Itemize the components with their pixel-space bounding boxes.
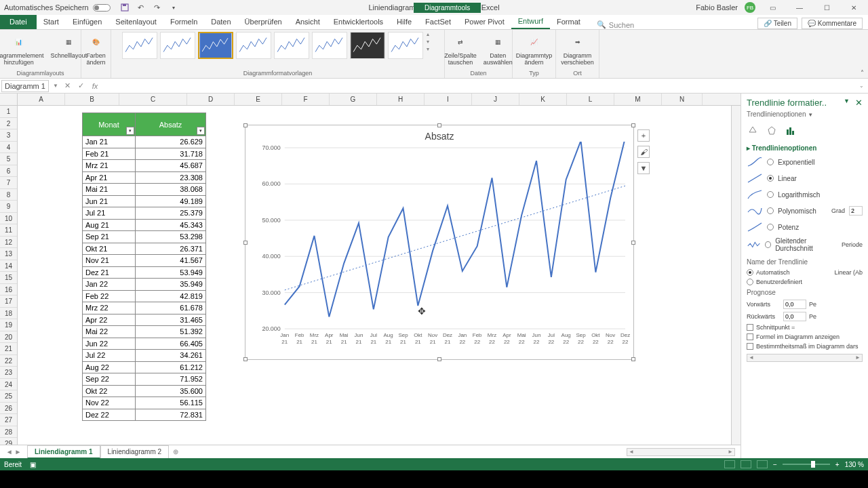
col-header[interactable]: G — [330, 94, 377, 105]
options-tab-icon[interactable] — [785, 125, 797, 137]
row-header[interactable]: 28 — [0, 426, 17, 439]
row-headers[interactable]: 1234567891011121314151617181920212223242… — [0, 106, 18, 445]
row-header[interactable]: 11 — [0, 224, 17, 237]
row-header[interactable]: 2 — [0, 118, 17, 130]
panel-horizontal-scrollbar[interactable] — [747, 354, 863, 362]
share-button[interactable]: 🔗 Teilen — [757, 18, 797, 29]
col-header[interactable]: L — [567, 94, 614, 105]
row-header[interactable]: 10 — [0, 213, 17, 225]
trendline-option[interactable]: Logarithmisch — [747, 186, 863, 203]
chart-style-gallery[interactable]: ▴▾▾ — [121, 31, 435, 70]
user-avatar[interactable]: FB — [745, 2, 755, 13]
expand-formula-icon[interactable]: ⌄ — [855, 83, 868, 89]
close-icon[interactable]: ✕ — [844, 1, 864, 14]
row-header[interactable]: 18 — [0, 308, 17, 320]
ribbon-tab-daten[interactable]: Daten — [204, 14, 237, 29]
ribbon-tab-entwicklertools[interactable]: Entwicklertools — [327, 14, 390, 29]
col-header[interactable]: K — [519, 94, 567, 105]
col-header[interactable]: B — [65, 94, 119, 105]
row-header[interactable]: 14 — [0, 260, 17, 272]
table-row[interactable]: Apr 2123.308 — [83, 171, 206, 184]
page-break-view-icon[interactable] — [757, 460, 768, 468]
cell-grid[interactable]: Monat▾ Absatz▾ Jan 2126.629Feb 2131.718M… — [18, 106, 731, 445]
row-header[interactable]: 24 — [0, 379, 17, 391]
row-header[interactable]: 15 — [0, 272, 17, 284]
macro-record-icon[interactable]: ▣ — [30, 461, 36, 468]
switch-row-col-button[interactable]: ⇄Zeile/Spalte tauschen — [441, 31, 479, 68]
fill-line-tab-icon[interactable] — [747, 125, 759, 137]
ribbon-tab-formeln[interactable]: Formeln — [163, 14, 204, 29]
row-header[interactable]: 23 — [0, 367, 17, 379]
sheet-tab[interactable]: Liniendiagramm 1 — [27, 445, 100, 459]
filter-dropdown-icon[interactable]: ▾ — [126, 127, 134, 135]
file-tab[interactable]: Datei — [0, 14, 37, 29]
table-row[interactable]: Jan 2126.629 — [83, 136, 206, 148]
trendline-option[interactable]: Potenz — [747, 219, 863, 235]
chart-style-1[interactable] — [122, 32, 157, 59]
backward-input[interactable] — [783, 312, 806, 321]
table-row[interactable]: Okt 2235.600 — [83, 385, 206, 397]
col-header[interactable]: I — [425, 94, 472, 105]
select-data-button[interactable]: ▦Daten auswählen — [481, 31, 515, 68]
style-gallery-more[interactable]: ▴▾▾ — [425, 31, 435, 52]
table-row[interactable]: Mrz 2261.678 — [83, 302, 206, 314]
comments-button[interactable]: 💬 Kommentare — [802, 18, 863, 29]
cancel-formula-icon[interactable]: ✕ — [61, 81, 75, 90]
name-box[interactable]: Diagramm 1 — [1, 80, 49, 92]
ribbon-tab-seitenlayout[interactable]: Seitenlayout — [108, 14, 163, 29]
table-row[interactable]: Mrz 2145.687 — [83, 160, 206, 172]
ribbon-tab-entwurf[interactable]: Entwurf — [511, 14, 550, 29]
normal-view-icon[interactable] — [724, 460, 735, 468]
row-header[interactable]: 7 — [0, 177, 17, 189]
chart-object[interactable]: Absatz 20.00030.00040.00050.00060.00070.… — [245, 125, 634, 360]
fx-icon[interactable]: fx — [88, 82, 102, 90]
chart-style-2[interactable] — [160, 32, 195, 59]
row-header[interactable]: 13 — [0, 248, 17, 260]
col-header[interactable]: J — [472, 94, 519, 105]
table-row[interactable]: Jun 2266.405 — [83, 338, 206, 350]
table-row[interactable]: Nov 2256.115 — [83, 397, 206, 409]
intercept-checkbox[interactable] — [747, 324, 753, 331]
add-sheet-button[interactable]: ⊕ — [169, 448, 182, 455]
accept-formula-icon[interactable]: ✓ — [75, 81, 88, 90]
autosave-toggle[interactable] — [93, 4, 111, 12]
row-header[interactable]: 26 — [0, 403, 17, 415]
move-chart-button[interactable]: ➡Diagramm verschieben — [558, 31, 597, 68]
page-layout-view-icon[interactable] — [741, 460, 751, 468]
chart-style-5[interactable] — [274, 32, 309, 59]
undo-icon[interactable]: ↶ — [136, 3, 146, 12]
redo-icon[interactable]: ↷ — [153, 3, 162, 12]
chart-style-3[interactable] — [198, 32, 233, 59]
col-header[interactable]: F — [282, 94, 330, 105]
table-row[interactable]: Nov 2141.567 — [83, 255, 206, 267]
table-row[interactable]: Jun 2149.189 — [83, 195, 206, 207]
chart-title[interactable]: Absatz — [245, 125, 633, 142]
row-header[interactable]: 22 — [0, 355, 17, 367]
add-chart-element-button[interactable]: 📊Diagrammelement hinzufügen — [0, 31, 47, 68]
maximize-icon[interactable]: ☐ — [816, 1, 837, 14]
row-header[interactable]: 29 — [0, 438, 17, 445]
ribbon-tab-hilfe[interactable]: Hilfe — [390, 14, 418, 29]
table-row[interactable]: Jan 2235.949 — [83, 279, 206, 291]
row-header[interactable]: 1 — [0, 106, 17, 118]
chart-style-4[interactable] — [236, 32, 271, 59]
ribbon-tab-factset[interactable]: FactSet — [418, 14, 458, 29]
select-all-corner[interactable] — [0, 94, 18, 105]
ribbon-tab-power pivot[interactable]: Power Pivot — [458, 14, 511, 29]
name-box-dropdown-icon[interactable]: ▼ — [50, 83, 61, 89]
ribbon-tab-überprüfen[interactable]: Überprüfen — [238, 14, 289, 29]
ribbon-tab-start[interactable]: Start — [37, 14, 66, 29]
row-header[interactable]: 6 — [0, 165, 17, 178]
table-row[interactable]: Aug 2145.343 — [83, 219, 206, 231]
table-row[interactable]: Jul 2125.379 — [83, 207, 206, 220]
qat-more-icon[interactable]: ▾ — [169, 3, 178, 12]
sheet-nav[interactable]: ◄ ► — [0, 448, 27, 455]
col-header[interactable]: M — [614, 94, 662, 105]
table-row[interactable]: Okt 2126.371 — [83, 243, 206, 255]
chart-style-6[interactable] — [312, 32, 347, 59]
trendline-option[interactable]: PolynomischGrad — [747, 203, 863, 219]
col-header[interactable]: A — [18, 94, 65, 105]
change-colors-button[interactable]: 🎨Farben ändern — [83, 31, 109, 68]
chart-style-8[interactable] — [388, 32, 423, 59]
save-icon[interactable] — [120, 3, 130, 12]
